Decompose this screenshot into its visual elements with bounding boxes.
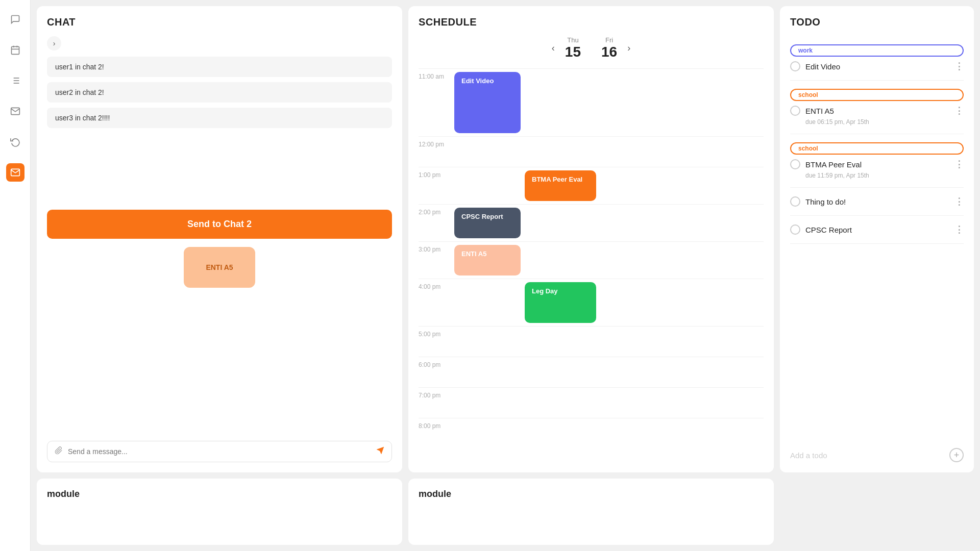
schedule-row-2pm: 2:00 pm CPSC Report [419,204,764,241]
schedule-row-11am: 11:00 am Edit Video [419,68,764,136]
todo-add-row: Add a todo + [790,440,964,462]
event-cpsc-report-schedule[interactable]: CPSC Report [454,208,521,238]
event-btma-peer-eval-schedule[interactable]: BTMA Peer Eval [525,170,596,201]
event-enti-a5-schedule[interactable]: ENTI A5 [454,245,521,276]
schedule-row-12pm: 12:00 pm [419,136,764,167]
chat-message-1: user1 in chat 2! [47,57,392,77]
schedule-header: ‹ Thu 15 Fri 16 › [419,36,764,60]
schedule-row-3pm: 3:00 pm ENTI A5 [419,241,764,279]
main-content: CHAT › user1 in chat 2! user2 in chat 2!… [31,0,980,551]
todo-more-edit-video[interactable]: ⋮ [954,61,964,72]
todo-item-cpsc-report: CPSC Report ⋮ [790,216,964,244]
todo-checkbox-btma[interactable] [790,159,800,169]
draggable-enti-card[interactable]: ENTI A5 [184,247,255,288]
chat-title: CHAT [47,16,392,28]
schedule-row-8pm: 8:00 pm [419,418,764,448]
module-title-1: module [47,489,392,499]
schedule-days: Thu 15 Fri 16 [565,36,617,60]
todo-tag-school-2: school [790,142,964,155]
todo-item-enti-a5: school ENTI A5 ⋮ due 06:15 pm, Apr 15th [790,81,964,134]
todo-label-enti-a5: ENTI A5 [805,107,949,115]
sidebar-calendar-icon[interactable] [6,41,24,59]
chat-message-3: user3 in chat 2!!!! [47,108,392,128]
chat-messages: user1 in chat 2! user2 in chat 2! user3 … [47,57,392,202]
schedule-next-button[interactable]: › [627,43,630,54]
send-message-icon[interactable] [376,446,384,457]
event-edit-video[interactable]: Edit Video [454,72,521,133]
todo-due-enti-a5: due 06:15 pm, Apr 15th [790,118,964,126]
todo-more-btma[interactable]: ⋮ [954,159,964,170]
todo-label-thing-to-do: Thing to do! [805,197,949,206]
todo-title: TODO [790,16,964,28]
todo-label-cpsc-report: CPSC Report [805,226,949,234]
chat-message-input[interactable] [68,447,371,456]
schedule-row-7pm: 7:00 pm [419,387,764,418]
bottom-row: module module [37,479,774,545]
schedule-row-1pm: 1:00 pm BTMA Peer Eval [419,167,764,204]
chat-input-row [47,441,392,462]
schedule-row-4pm: 4:00 pm Leg Day [419,279,764,326]
module-panel-1: module [37,479,402,545]
todo-panel: TODO work Edit Video ⋮ school ENTI A5 ⋮ … [780,6,974,472]
attach-icon[interactable] [55,446,63,457]
sidebar-refresh-icon[interactable] [6,133,24,151]
chat-panel: CHAT › user1 in chat 2! user2 in chat 2!… [37,6,402,472]
todo-item-edit-video: work Edit Video ⋮ [790,36,964,81]
schedule-day-fri: Fri 16 [601,36,617,60]
todo-checkbox-cpsc-report[interactable] [790,224,800,235]
sidebar [0,0,31,551]
todo-more-enti-a5[interactable]: ⋮ [954,105,964,116]
svg-rect-0 [11,46,19,54]
chat-nav-arrow[interactable]: › [47,36,61,51]
sidebar-mail-icon[interactable] [6,102,24,120]
todo-due-btma: due 11:59 pm, Apr 15th [790,172,964,179]
event-leg-day-schedule[interactable]: Leg Day [525,282,596,323]
module-title-2: module [419,489,764,499]
todo-checkbox-enti-a5[interactable] [790,106,800,116]
schedule-title: SCHEDULE [419,16,764,28]
todo-item-thing-to-do: Thing to do! ⋮ [790,188,964,216]
sidebar-list-icon[interactable] [6,71,24,90]
todo-add-button[interactable]: + [949,448,964,462]
todo-checkbox-thing-to-do[interactable] [790,196,800,207]
sidebar-chat-icon[interactable] [6,10,24,29]
todo-checkbox-edit-video[interactable] [790,61,800,71]
todo-item-btma: school BTMA Peer Eval ⋮ due 11:59 pm, Ap… [790,134,964,188]
schedule-grid: 11:00 am Edit Video 12:00 pm 1:00 pm BTM… [419,68,764,462]
chat-message-2: user2 in chat 2! [47,82,392,103]
module-panel-2: module [408,479,774,545]
schedule-day-thu: Thu 15 [565,36,581,60]
svg-marker-11 [377,447,383,454]
sidebar-mail-active-icon[interactable] [6,163,24,182]
todo-label-edit-video: Edit Video [805,62,949,71]
send-to-chat-button[interactable]: Send to Chat 2 [47,210,392,239]
schedule-panel: SCHEDULE ‹ Thu 15 Fri 16 › 11:00 am Edit [408,6,774,472]
todo-label-btma: BTMA Peer Eval [805,160,949,169]
todo-add-placeholder: Add a todo [790,451,827,460]
todo-tag-school-1: school [790,89,964,101]
todo-more-cpsc-report[interactable]: ⋮ [954,224,964,235]
todo-more-thing-to-do[interactable]: ⋮ [954,196,964,207]
schedule-row-6pm: 6:00 pm [419,357,764,387]
todo-tag-work: work [790,44,964,57]
schedule-prev-button[interactable]: ‹ [552,43,555,54]
schedule-row-5pm: 5:00 pm [419,326,764,357]
